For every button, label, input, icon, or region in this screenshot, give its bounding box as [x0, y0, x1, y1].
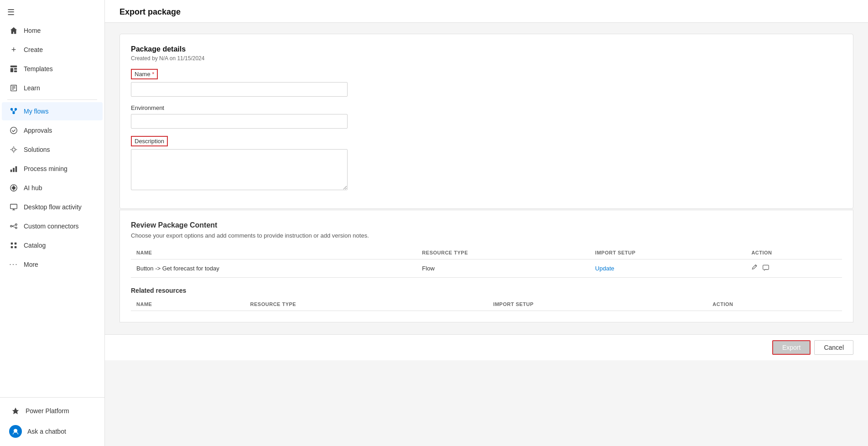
- svg-rect-17: [16, 166, 17, 172]
- sidebar-item-desktop-flow-activity[interactable]: Desktop flow activity: [2, 198, 103, 216]
- review-package-card: Review Package Content Choose your expor…: [120, 210, 853, 322]
- sidebar-item-approvals-label: Approvals: [24, 127, 52, 134]
- cancel-button[interactable]: Cancel: [814, 340, 853, 355]
- related-col-header-name: NAME: [131, 298, 245, 311]
- comment-icon[interactable]: [762, 264, 769, 273]
- svg-rect-0: [10, 66, 17, 67]
- svg-line-25: [12, 225, 15, 226]
- edit-icon[interactable]: [751, 264, 759, 273]
- svg-point-23: [16, 224, 17, 226]
- sidebar-item-more[interactable]: ··· More: [2, 255, 103, 274]
- related-resources-table: NAME RESOURCE TYPE IMPORT SETUP ACTION: [131, 298, 842, 311]
- review-package-desc: Choose your export options and add comme…: [131, 232, 842, 239]
- svg-rect-2: [14, 68, 17, 70]
- svg-rect-28: [15, 243, 17, 245]
- power-platform-icon: [11, 406, 20, 415]
- svg-rect-19: [10, 204, 17, 209]
- sidebar-bottom: Power Platform Ask a chatbot: [0, 397, 104, 446]
- sidebar: ☰ Home + Create Templates Learn My flows…: [0, 0, 105, 446]
- page-header: Export package: [105, 0, 868, 23]
- footer-bar: Export Cancel: [105, 334, 868, 360]
- svg-point-13: [10, 127, 17, 134]
- name-label: Name *: [131, 69, 158, 79]
- page-title: Export package: [120, 7, 853, 17]
- svg-rect-15: [10, 170, 12, 172]
- col-header-action: ACTION: [746, 246, 842, 259]
- svg-line-26: [12, 226, 15, 228]
- related-resources-table-container: NAME RESOURCE TYPE IMPORT SETUP ACTION: [131, 298, 842, 311]
- catalog-icon: [9, 241, 18, 250]
- package-table: NAME RESOURCE TYPE IMPORT SETUP ACTION B…: [131, 246, 842, 278]
- process-mining-icon: [9, 164, 18, 173]
- sidebar-item-desktop-flow-activity-label: Desktop flow activity: [24, 203, 82, 211]
- sidebar-item-catalog[interactable]: Catalog: [2, 236, 103, 254]
- content-area: Package details Created by N/A on 11/15/…: [105, 23, 868, 334]
- svg-point-22: [10, 225, 12, 227]
- description-label: Description: [131, 136, 168, 146]
- sidebar-item-power-platform[interactable]: Power Platform: [4, 402, 101, 420]
- svg-rect-1: [10, 68, 13, 72]
- svg-point-24: [16, 227, 17, 229]
- description-textarea[interactable]: [131, 149, 348, 190]
- sidebar-item-templates[interactable]: Templates: [2, 60, 103, 78]
- sidebar-item-power-platform-label: Power Platform: [26, 407, 69, 415]
- sidebar-item-approvals[interactable]: Approvals: [2, 121, 103, 140]
- ai-hub-icon: [9, 183, 18, 192]
- sidebar-item-ai-hub-label: AI hub: [24, 184, 42, 192]
- related-col-header-import-setup: IMPORT SETUP: [488, 298, 707, 311]
- sidebar-item-more-label: More: [24, 261, 38, 268]
- svg-rect-29: [11, 246, 13, 249]
- export-button[interactable]: Export: [772, 340, 811, 355]
- review-package-title: Review Package Content: [131, 221, 842, 229]
- sidebar-item-learn[interactable]: Learn: [2, 79, 103, 97]
- name-field-group: Name *: [131, 69, 842, 97]
- package-details-card: Package details Created by N/A on 11/15/…: [120, 34, 853, 209]
- hamburger-button[interactable]: ☰: [0, 0, 104, 21]
- sidebar-item-my-flows-label: My flows: [24, 108, 48, 115]
- environment-input[interactable]: [131, 114, 348, 129]
- svg-point-14: [12, 148, 15, 151]
- row-name: Button -> Get forecast for today: [131, 259, 416, 278]
- environment-label: Environment: [131, 104, 164, 111]
- more-icon: ···: [9, 260, 18, 269]
- svg-rect-16: [13, 168, 15, 172]
- learn-icon: [9, 83, 18, 93]
- col-header-name: NAME: [131, 246, 416, 259]
- action-icons: [751, 264, 837, 273]
- sidebar-item-create[interactable]: + Create: [2, 41, 103, 59]
- svg-rect-33: [763, 265, 769, 270]
- row-resource-type: Flow: [416, 259, 589, 278]
- sidebar-item-catalog-label: Catalog: [24, 242, 46, 249]
- sidebar-item-home-label: Home: [24, 27, 41, 34]
- svg-rect-30: [15, 246, 17, 249]
- svg-point-10: [12, 112, 15, 114]
- svg-line-11: [12, 110, 14, 112]
- name-input[interactable]: [131, 82, 348, 97]
- custom-connectors-icon: [9, 222, 18, 231]
- svg-rect-3: [14, 71, 17, 73]
- package-table-container: NAME RESOURCE TYPE IMPORT SETUP ACTION B…: [131, 246, 842, 278]
- sidebar-item-ai-hub[interactable]: AI hub: [2, 179, 103, 197]
- import-setup-link[interactable]: Update: [595, 265, 614, 272]
- sidebar-item-process-mining[interactable]: Process mining: [2, 160, 103, 178]
- row-import-setup[interactable]: Update: [590, 259, 746, 278]
- sidebar-item-create-label: Create: [24, 46, 43, 53]
- sidebar-item-my-flows[interactable]: My flows: [2, 102, 103, 120]
- home-icon: [9, 26, 18, 35]
- sidebar-item-custom-connectors-label: Custom connectors: [24, 223, 79, 230]
- sidebar-item-solutions[interactable]: Solutions: [2, 140, 103, 159]
- create-icon: +: [9, 45, 18, 54]
- solutions-icon: [9, 145, 18, 154]
- row-action: [746, 259, 842, 278]
- col-header-resource-type: RESOURCE TYPE: [416, 246, 589, 259]
- related-col-header-resource-type: RESOURCE TYPE: [245, 298, 488, 311]
- chatbot-item[interactable]: Ask a chatbot: [2, 420, 103, 442]
- sidebar-item-home[interactable]: Home: [2, 21, 103, 40]
- sidebar-item-solutions-label: Solutions: [24, 146, 50, 153]
- sidebar-item-templates-label: Templates: [24, 65, 53, 73]
- sidebar-item-custom-connectors[interactable]: Custom connectors: [2, 217, 103, 235]
- main-content: Export package Package details Created b…: [105, 0, 868, 446]
- templates-icon: [9, 64, 18, 73]
- sidebar-item-process-mining-label: Process mining: [24, 165, 68, 172]
- package-details-title: Package details: [131, 45, 842, 53]
